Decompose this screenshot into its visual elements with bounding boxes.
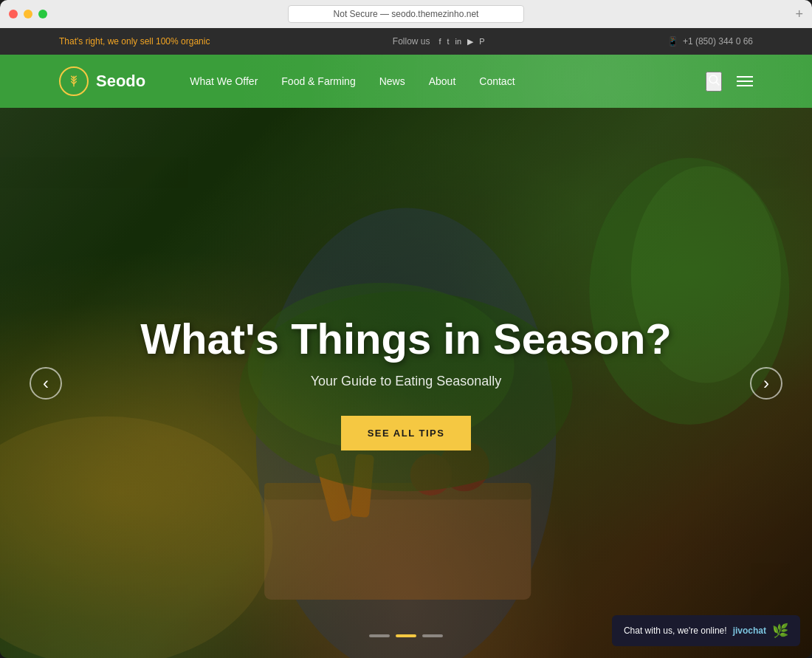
minimize-button[interactable] (24, 10, 32, 18)
hero-content: What's Things in Season? Your Guide to E… (0, 108, 812, 658)
hero-subtitle: Your Guide to Eating Seasonally (311, 374, 502, 389)
menu-line-3 (737, 85, 753, 86)
slider-dot-3[interactable] (422, 634, 443, 637)
nav-what-we-offer[interactable]: What We Offer (190, 75, 258, 87)
hero-section: ‹ What's Things in Season? Your Guide to… (0, 108, 812, 658)
nav-about[interactable]: About (429, 75, 456, 87)
svg-line-8 (716, 82, 719, 85)
youtube-icon[interactable]: ▶ (467, 37, 473, 47)
nav-news[interactable]: News (379, 75, 405, 87)
website: That's right, we only sell 100% organic … (0, 28, 812, 658)
menu-line-2 (737, 80, 753, 82)
phone-number: +1 (850) 344 0 66 (683, 36, 753, 47)
nav-food-farming[interactable]: Food & Farming (281, 75, 355, 87)
main-nav: Seodo What We Offer Food & Farming News … (0, 55, 812, 108)
new-tab-button[interactable]: + (795, 7, 803, 21)
hero-title: What's Things in Season? (140, 315, 672, 363)
close-button[interactable] (9, 10, 18, 18)
traffic-lights (9, 10, 47, 18)
logo[interactable]: Seodo (59, 66, 145, 96)
url-text: Not Secure — seodo.themezinho.net (334, 9, 479, 19)
logo-icon (59, 66, 89, 96)
titlebar: Not Secure — seodo.themezinho.net + (0, 0, 812, 28)
social-section: Follow us f t in ▶ P (393, 36, 485, 47)
slider-dot-1[interactable] (369, 634, 390, 637)
nav-actions (706, 72, 753, 92)
phone-icon: 📱 (667, 36, 678, 47)
maximize-button[interactable] (38, 10, 47, 18)
pinterest-icon[interactable]: P (479, 37, 484, 47)
slider-dot-2[interactable] (396, 634, 416, 637)
slider-dots (369, 634, 443, 637)
chat-brand: jivochat (733, 626, 766, 636)
search-button[interactable] (706, 72, 722, 92)
follow-label: Follow us (393, 36, 430, 47)
svg-point-7 (709, 75, 718, 83)
hamburger-menu[interactable] (737, 76, 753, 86)
facebook-icon[interactable]: f (438, 37, 441, 47)
top-bar: That's right, we only sell 100% organic … (0, 28, 812, 55)
chat-widget[interactable]: Chat with us, we're online! jivochat 🌿 (612, 615, 800, 646)
phone-section: 📱 +1 (850) 344 0 66 (667, 36, 753, 47)
social-icons: f t in ▶ P (438, 37, 484, 47)
logo-text: Seodo (96, 72, 145, 91)
twitter-icon[interactable]: t (447, 37, 450, 47)
nav-contact[interactable]: Contact (479, 75, 515, 87)
slider-next-button[interactable]: › (750, 367, 782, 400)
menu-line-1 (737, 76, 753, 78)
nav-links: What We Offer Food & Farming News About … (190, 75, 706, 87)
chat-text: Chat with us, we're online! (624, 626, 727, 636)
url-bar[interactable]: Not Secure — seodo.themezinho.net (288, 5, 524, 23)
hero-cta-button[interactable]: SEE ALL TIPS (341, 416, 472, 450)
promo-text: That's right, we only sell 100% organic (59, 36, 210, 47)
instagram-icon[interactable]: in (455, 37, 462, 47)
chevron-right-icon: › (763, 374, 769, 392)
chat-leaf-icon: 🌿 (772, 623, 788, 639)
